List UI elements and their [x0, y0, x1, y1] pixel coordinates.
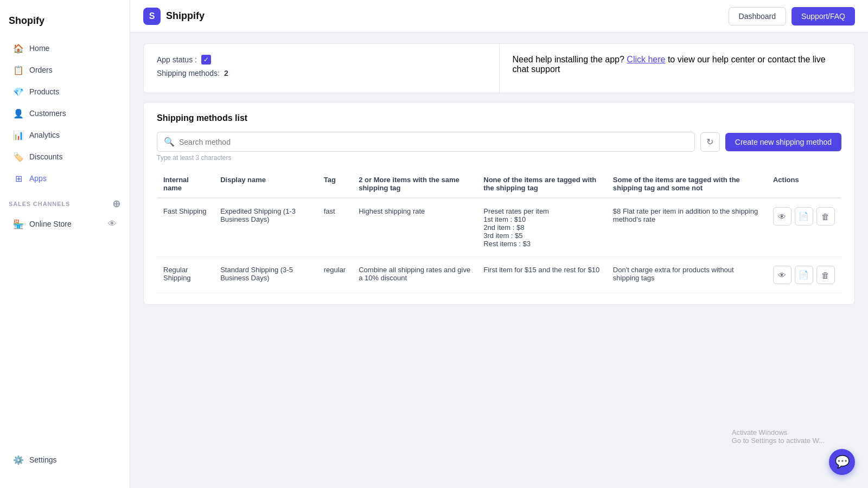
sidebar-item-orders[interactable]: 📋 Orders — [4, 59, 125, 81]
sales-channels-label: SALES CHANNELS — [9, 201, 70, 207]
sidebar-item-products[interactable]: 💎 Products — [4, 81, 125, 102]
sidebar-item-analytics-label: Analytics — [29, 131, 60, 139]
col-some-tagged: Some of the items are tagged with the sh… — [607, 170, 767, 198]
methods-header: Shipping methods list — [157, 113, 841, 123]
brand: S Shippify — [143, 8, 205, 25]
table-row: Regular Shipping Standard Shipping (3-5 … — [157, 257, 841, 293]
delete-button-0[interactable]: 🗑 — [816, 207, 835, 226]
topbar: S Shippify Dashboard Support/FAQ — [130, 0, 868, 33]
delete-button-1[interactable]: 🗑 — [816, 266, 835, 284]
sidebar-item-online-store[interactable]: 🏪 Online Store 👁 — [4, 213, 125, 235]
apps-icon: ⊞ — [13, 173, 24, 184]
col-two-or-more: 2 or More items with the same shipping t… — [352, 170, 477, 198]
create-shipping-method-button[interactable]: Create new shipping method — [725, 133, 841, 151]
chat-bubble[interactable]: 💬 — [829, 449, 855, 475]
sidebar-item-discounts[interactable]: 🏷️ Discounts — [4, 146, 125, 168]
orders-icon: 📋 — [13, 65, 24, 75]
edit-button-1[interactable]: 📄 — [795, 266, 813, 284]
col-display-name: Display name — [214, 170, 317, 198]
search-input[interactable] — [179, 138, 688, 146]
sidebar-item-settings-label: Settings — [29, 455, 57, 464]
methods-title: Shipping methods list — [157, 113, 247, 123]
click-here-link[interactable]: Click here — [627, 55, 665, 64]
eye-icon[interactable]: 👁 — [108, 219, 117, 229]
info-card-left: App status : ✓ Shipping methods: 2 — [144, 44, 500, 93]
cell-actions: 👁 📄 🗑 — [767, 198, 841, 257]
main-content: S Shippify Dashboard Support/FAQ App sta… — [130, 0, 868, 488]
page-content: App status : ✓ Shipping methods: 2 Need … — [130, 33, 868, 488]
analytics-icon: 📊 — [13, 130, 24, 140]
sidebar-item-products-label: Products — [29, 87, 59, 96]
sidebar-item-discounts-label: Discounts — [29, 152, 62, 161]
edit-button-0[interactable]: 📄 — [795, 207, 813, 226]
cell-none-tagged: Preset rates per item 1st item : $10 2nd… — [477, 198, 607, 257]
cell-actions: 👁 📄 🗑 — [767, 257, 841, 293]
brand-name: Shippify — [166, 10, 205, 22]
shipping-methods-count: 2 — [224, 69, 228, 78]
search-box: 🔍 — [157, 132, 695, 152]
add-channel-icon[interactable]: ⊕ — [112, 198, 121, 210]
sidebar-item-analytics[interactable]: 📊 Analytics — [4, 124, 125, 146]
action-buttons: 👁 📄 🗑 — [773, 266, 835, 284]
methods-table: Internal name Display name Tag 2 or More… — [157, 170, 841, 293]
topbar-actions: Dashboard Support/FAQ — [729, 7, 855, 25]
products-icon: 💎 — [13, 86, 24, 97]
brand-icon: S — [143, 8, 161, 25]
cell-none-tagged: First item for $15 and the rest for $10 — [477, 257, 607, 293]
app-status-row: App status : ✓ — [157, 55, 486, 65]
support-button[interactable]: Support/FAQ — [792, 7, 855, 25]
table-row: Fast Shipping Expedited Shipping (1-3 Bu… — [157, 198, 841, 257]
cell-some-tagged: Don't charge extra for products without … — [607, 257, 767, 293]
cell-some-tagged: $8 Flat rate per item in addition to the… — [607, 198, 767, 257]
sidebar-item-home[interactable]: 🏠 Home — [4, 37, 125, 59]
search-hint: Type at least 3 characters — [157, 154, 841, 162]
dashboard-button[interactable]: Dashboard — [729, 7, 787, 25]
search-row: 🔍 ↻ Create new shipping method — [157, 132, 841, 152]
info-card-right: Need help installing the app? Click here… — [500, 44, 855, 93]
methods-card: Shipping methods list 🔍 ↻ Create new shi… — [143, 102, 855, 305]
shipping-methods-label: Shipping methods: — [157, 69, 220, 78]
sidebar-logo: Shopify — [0, 9, 130, 37]
table-header-row: Internal name Display name Tag 2 or More… — [157, 170, 841, 198]
sidebar: Shopify 🏠 Home 📋 Orders 💎 Products 👤 Cus… — [0, 0, 130, 488]
sidebar-item-settings[interactable]: ⚙️ Settings — [4, 449, 125, 471]
cell-two-or-more: Combine all shipping rates and give a 10… — [352, 257, 477, 293]
cell-two-or-more: Highest shipping rate — [352, 198, 477, 257]
info-card: App status : ✓ Shipping methods: 2 Need … — [143, 43, 855, 93]
view-button-0[interactable]: 👁 — [773, 207, 792, 226]
cell-display-name: Expedited Shipping (1-3 Business Days) — [214, 198, 317, 257]
sidebar-item-orders-label: Orders — [29, 66, 53, 74]
col-actions: Actions — [767, 170, 841, 198]
shipping-methods-row: Shipping methods: 2 — [157, 69, 486, 78]
search-icon: 🔍 — [164, 137, 175, 147]
help-text: Need help installing the app? — [513, 55, 624, 64]
app-status-label: App status : — [157, 55, 197, 64]
sidebar-item-apps[interactable]: ⊞ Apps — [4, 168, 125, 189]
col-tag: Tag — [317, 170, 352, 198]
col-none-tagged: None of the items are tagged with the sh… — [477, 170, 607, 198]
sidebar-item-customers-label: Customers — [29, 109, 66, 118]
cell-internal-name: Regular Shipping — [157, 257, 214, 293]
col-internal-name: Internal name — [157, 170, 214, 198]
customers-icon: 👤 — [13, 108, 24, 119]
settings-icon: ⚙️ — [13, 454, 24, 465]
sidebar-item-home-label: Home — [29, 44, 49, 53]
cell-display-name: Standard Shipping (3-5 Business Days) — [214, 257, 317, 293]
action-buttons: 👁 📄 🗑 — [773, 207, 835, 226]
view-button-1[interactable]: 👁 — [773, 266, 792, 284]
home-icon: 🏠 — [13, 43, 24, 54]
sales-channels-section: SALES CHANNELS ⊕ — [0, 189, 130, 213]
cell-tag: fast — [317, 198, 352, 257]
sidebar-item-online-store-label: Online Store — [29, 220, 72, 228]
refresh-button[interactable]: ↻ — [700, 132, 720, 152]
sidebar-footer: ⚙️ Settings — [0, 440, 130, 479]
sidebar-item-apps-label: Apps — [29, 174, 47, 183]
sidebar-item-customers[interactable]: 👤 Customers — [4, 102, 125, 124]
cell-internal-name: Fast Shipping — [157, 198, 214, 257]
cell-tag: regular — [317, 257, 352, 293]
discounts-icon: 🏷️ — [13, 151, 24, 162]
status-checkbox: ✓ — [201, 55, 211, 65]
sidebar-nav: 🏠 Home 📋 Orders 💎 Products 👤 Customers 📊… — [0, 37, 130, 189]
online-store-icon: 🏪 — [13, 219, 24, 229]
